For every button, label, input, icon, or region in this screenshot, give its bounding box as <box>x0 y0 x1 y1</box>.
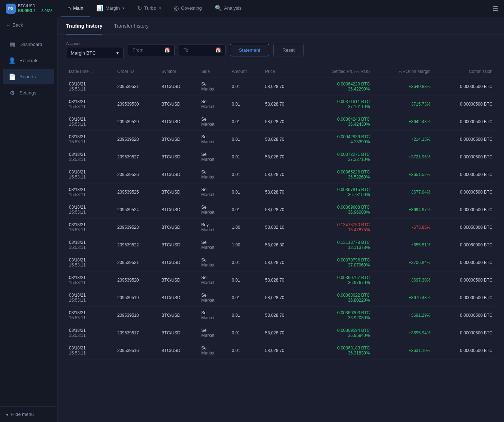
col-price: Price <box>262 65 302 78</box>
cell-pnl: -0.13478750 BTC -13.47875% <box>302 219 373 236</box>
statement-button[interactable]: Statement <box>230 44 269 56</box>
cell-amount: 0.01 <box>229 113 262 131</box>
cell-datetime: 03/18/21 15:53:11 <box>66 78 114 96</box>
col-amount: Amount <box>229 65 262 78</box>
cell-price: 58,028.70 <box>262 113 302 131</box>
cell-amount: 0.01 <box>229 289 262 307</box>
cell-symbol: BTC/USD <box>158 307 198 324</box>
cell-commission: 0.00000500 BTC <box>434 342 495 360</box>
cell-price: 58,028.70 <box>262 254 302 272</box>
cell-side: Sell Market <box>198 113 229 131</box>
cell-price: 58,028.70 <box>262 96 302 113</box>
from-date-input[interactable]: From 📅 <box>128 44 175 56</box>
home-icon: ⌂ <box>68 5 71 11</box>
cell-roi: +3706.84% <box>373 254 433 272</box>
cell-commission: 0.00000500 BTC <box>434 201 495 219</box>
cell-price: 58,028.70 <box>262 289 302 307</box>
cell-orderid: 209539521 <box>114 254 158 272</box>
cell-orderid: 209539523 <box>114 219 158 236</box>
cell-roi: +3715.73% <box>373 96 433 113</box>
cell-symbol: BTC/USD <box>158 148 198 166</box>
cell-pnl: 0.00364243 BTC 36.42430% <box>302 113 373 131</box>
cell-orderid: 209539528 <box>114 131 158 148</box>
cell-pnl: 0.00371611 BTC 37.16110% <box>302 96 373 113</box>
cell-symbol: BTC/USD <box>158 342 198 360</box>
cell-side: Sell Market <box>198 254 229 272</box>
back-arrow-icon: ← <box>6 22 10 28</box>
table-row: 03/18/21 15:53:11 209539530 BTC/USD Sell… <box>66 96 495 113</box>
nav-item-turbo[interactable]: ↻ Turbo ▾ <box>131 0 167 17</box>
cell-roi: +3677.04% <box>373 184 433 201</box>
cell-orderid: 209539530 <box>114 96 158 113</box>
cell-amount: 0.01 <box>229 201 262 219</box>
settings-icon: ⚙ <box>9 89 16 96</box>
covesting-icon: ◎ <box>174 5 179 11</box>
cell-pnl: 0.00369608 BTC 36.96080% <box>302 201 373 219</box>
cell-symbol: BTC/USD <box>158 78 198 96</box>
cell-amount: 0.01 <box>229 307 262 324</box>
sidebar-item-referrals[interactable]: 👤 Referrals <box>3 53 54 68</box>
cell-symbol: BTC/USD <box>158 96 198 113</box>
cell-roi: +3694.97% <box>373 201 433 219</box>
cell-amount: 0.01 <box>229 96 262 113</box>
cell-price: 58,028.70 <box>262 324 302 342</box>
cell-datetime: 03/18/21 15:53:11 <box>66 166 114 184</box>
from-calendar-icon: 📅 <box>164 47 170 53</box>
cell-symbol: BTC/USD <box>158 113 198 131</box>
turbo-icon: ↻ <box>137 5 142 11</box>
sidebar-item-reports[interactable]: 📄 Reports <box>3 69 54 84</box>
cell-datetime: 03/18/21 15:53:11 <box>66 324 114 342</box>
cell-datetime: 03/18/21 15:53:11 <box>66 201 114 219</box>
cell-orderid: 209539517 <box>114 324 158 342</box>
account-select[interactable]: Margin BTC ▾ <box>66 47 124 59</box>
cell-commission: 0.00000500 BTC <box>434 96 495 113</box>
cell-symbol: BTC/USD <box>158 236 198 254</box>
sidebar-item-settings[interactable]: ⚙ Settings <box>3 85 54 101</box>
cell-pnl: 0.00372271 BTC 37.22710% <box>302 148 373 166</box>
sidebar-item-dashboard[interactable]: ▦ Dashboard <box>3 37 54 52</box>
cell-pnl: 0.00368022 BTC 36.80220% <box>302 289 373 307</box>
to-date-input[interactable]: To 📅 <box>179 44 226 56</box>
referrals-icon: 👤 <box>9 57 16 64</box>
cell-orderid: 209539524 <box>114 201 158 219</box>
tab-trading-history[interactable]: Trading history <box>66 17 102 34</box>
table-row: 03/18/21 15:53:11 209539523 BTC/USD Buy … <box>66 219 495 236</box>
analysis-icon: 🔍 <box>215 5 222 11</box>
cell-roi: +3695.94% <box>373 324 433 342</box>
table-row: 03/18/21 15:53:11 209539519 BTC/USD Sell… <box>66 289 495 307</box>
back-button[interactable]: ← Back <box>0 17 57 33</box>
ticker-price: 58,053.1 +2.06% <box>18 8 52 13</box>
tab-transfer-history[interactable]: Transfer history <box>114 17 149 34</box>
cell-datetime: 03/18/21 15:53:11 <box>66 113 114 131</box>
cell-pnl: 0.00364229 BTC 36.42290% <box>302 78 373 96</box>
cell-symbol: BTC/USD <box>158 272 198 289</box>
table-row: 03/18/21 15:53:11 209539524 BTC/USD Sell… <box>66 201 495 219</box>
table-row: 03/18/21 15:53:11 209539529 BTC/USD Sell… <box>66 113 495 131</box>
nav-item-covesting[interactable]: ◎ Covesting <box>167 0 208 17</box>
cell-price: 58,028.70 <box>262 148 302 166</box>
nav-item-main[interactable]: ⌂ Main <box>61 0 90 17</box>
account-label: Account <box>66 41 124 46</box>
to-label: To <box>184 47 189 53</box>
cell-amount: 0.01 <box>229 342 262 360</box>
trading-history-table-container: Date/Time ↓ Order ID Symbol Side Amount … <box>57 65 504 422</box>
cell-orderid: 209539531 <box>114 78 158 96</box>
table-row: 03/18/21 15:53:11 209539521 BTC/USD Sell… <box>66 254 495 272</box>
nav-item-analysis[interactable]: 🔍 Analysis <box>208 0 248 17</box>
cell-amount: 0.01 <box>229 166 262 184</box>
hide-menu-button[interactable]: ◂ Hide menu <box>0 406 57 422</box>
hamburger-menu-button[interactable]: ☰ <box>493 5 498 13</box>
cell-datetime: 03/18/21 15:53:11 <box>66 236 114 254</box>
reset-button[interactable]: Reset <box>273 44 304 56</box>
cell-roi: +3640.83% <box>373 78 433 96</box>
logo[interactable]: PX BTC/USD 58,053.1 +2.06% <box>6 4 52 14</box>
cell-commission: 0.00000500 BTC <box>434 307 495 324</box>
cell-pnl: 0.00042839 BTC 4.28390% <box>302 131 373 148</box>
cell-pnl: 0.00370796 BTC 37.07960% <box>302 254 373 272</box>
cell-side: Sell Market <box>198 342 229 360</box>
nav-item-margin[interactable]: 📊 Margin ▾ <box>90 0 131 17</box>
col-pnl: Settled P/L (% ROI) <box>302 65 373 78</box>
sort-icon: ↓ <box>91 70 93 74</box>
cell-commission: 0.00000500 BTC <box>434 148 495 166</box>
cell-symbol: BTC/USD <box>158 324 198 342</box>
